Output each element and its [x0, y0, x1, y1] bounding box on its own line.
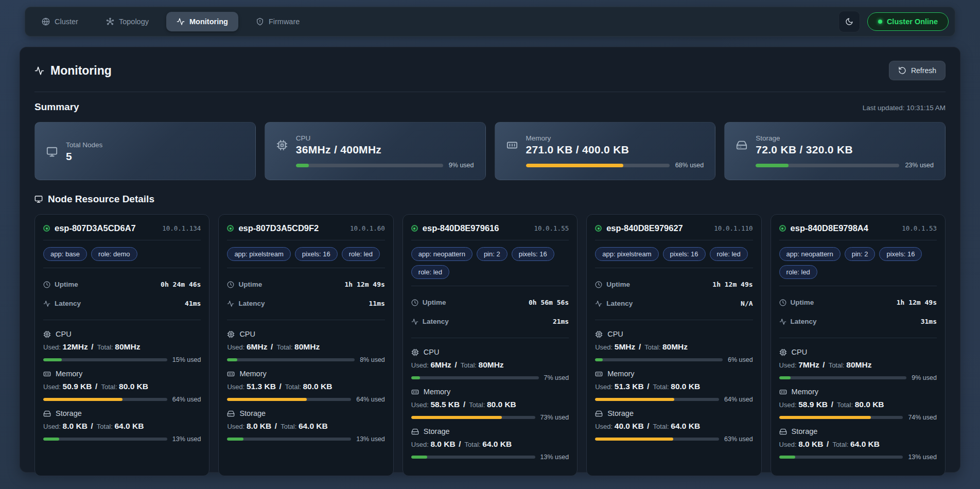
total-value: 64.0 KB	[114, 422, 144, 430]
node-status-dot-icon	[779, 225, 786, 232]
resource-block: Storage Used: 8.0 KB / Total: 64.0 KB 13…	[43, 409, 201, 443]
uptime-value: 0h 24m 46s	[161, 281, 201, 288]
latency-row: Latency 21ms	[411, 318, 569, 325]
percent-used-label: 64% used	[172, 396, 201, 403]
resource-progress: 9% used	[779, 374, 937, 381]
resource-usage: Used: 8.0 KB / Total: 64.0 KB	[411, 440, 569, 449]
node-resources: CPU Used: 5MHz / Total: 80MHz 6% used Me…	[595, 327, 752, 449]
resource-usage: Used: 6MHz / Total: 80MHz	[411, 360, 569, 370]
resource-usage: Used: 51.3 KB / Total: 80.0 KB	[227, 382, 384, 391]
node-name: esp-807D3A5CD9F2	[238, 223, 319, 233]
globe-icon	[42, 18, 50, 26]
node-card: esp-840D8E9798A4 10.0.1.53 app: neopatte…	[771, 214, 946, 476]
percent-used-label: 64% used	[724, 396, 753, 403]
progress-track	[227, 438, 351, 441]
total-label: Total:	[461, 361, 479, 369]
resource-block: Storage Used: 8.0 KB / Total: 64.0 KB 13…	[411, 427, 569, 461]
nav-tab-cluster[interactable]: Cluster	[31, 12, 89, 31]
usage-separator: /	[827, 440, 831, 448]
resource-block: CPU Used: 6MHz / Total: 80MHz 8% used	[227, 330, 384, 363]
progress-fill	[411, 416, 502, 419]
percent-used-label: 13% used	[356, 435, 385, 443]
node-divider	[227, 240, 384, 240]
header-divider	[34, 92, 946, 92]
latency-value: 11ms	[369, 300, 384, 307]
total-value: 80.0 KB	[303, 382, 332, 391]
progress-track	[43, 398, 167, 401]
total-label: Total:	[101, 383, 119, 391]
progress-track	[595, 438, 719, 441]
total-value: 80.0 KB	[487, 400, 516, 409]
node-badge: app: base	[43, 247, 87, 261]
cluster-online-label: Cluster Online	[887, 18, 938, 26]
theme-toggle-button[interactable]	[838, 11, 860, 32]
resource-progress: 13% used	[779, 453, 937, 461]
cpu-icon	[227, 330, 235, 338]
summary-progress: 23% used	[756, 162, 934, 169]
node-badge: app: pixelstream	[227, 247, 290, 261]
total-label: Total:	[469, 401, 487, 409]
resource-label: Memory	[607, 370, 634, 378]
nav-tab-topology[interactable]: Topology	[96, 12, 159, 31]
progress-fill	[595, 438, 673, 441]
summary-progress: 9% used	[296, 162, 474, 169]
progress-track	[595, 358, 723, 361]
resource-usage: Used: 50.9 KB / Total: 80.0 KB	[43, 382, 201, 391]
used-value: 7MHz	[798, 360, 819, 369]
summary-card-value: 271.0 KB / 400.0 KB	[526, 144, 629, 156]
node-divider	[779, 286, 937, 286]
progress-fill	[779, 416, 871, 419]
resource-block: Memory Used: 51.3 KB / Total: 80.0 KB 64…	[227, 370, 384, 403]
last-updated-text: Last updated: 10:31:15 AM	[863, 104, 946, 112]
node-divider	[43, 320, 201, 320]
resource-label: CPU	[792, 348, 808, 356]
usage-separator: /	[271, 342, 275, 351]
uptime-value: 1h 12m 49s	[712, 281, 752, 288]
node-divider	[595, 268, 752, 268]
node-badge: app: pixelstream	[595, 247, 658, 261]
resource-label: Storage	[56, 409, 82, 417]
activity-icon	[595, 300, 602, 307]
usage-separator: /	[822, 360, 827, 369]
resource-block: CPU Used: 6MHz / Total: 80MHz 7% used	[411, 348, 569, 381]
progress-fill	[411, 456, 427, 459]
node-status-dot-icon	[43, 225, 50, 232]
total-label: Total:	[281, 423, 299, 430]
cluster-online-badge[interactable]: Cluster Online	[867, 12, 949, 31]
resource-progress: 74% used	[779, 414, 937, 421]
progress-track	[779, 416, 903, 419]
node-badge: role: led	[779, 265, 817, 279]
percent-used-label: 15% used	[172, 356, 201, 363]
node-resources: CPU Used: 7MHz / Total: 80MHz 9% used Me…	[779, 345, 937, 467]
total-value: 80MHz	[115, 342, 140, 351]
nav-tab-monitoring[interactable]: Monitoring	[166, 12, 238, 31]
node-divider	[227, 268, 384, 268]
node-resources: CPU Used: 6MHz / Total: 80MHz 8% used Me…	[227, 327, 384, 449]
shield-icon	[256, 18, 264, 26]
percent-used-label: 13% used	[908, 453, 937, 461]
resource-label: Memory	[792, 388, 818, 396]
refresh-button[interactable]: Refresh	[889, 61, 946, 80]
activity-icon	[779, 318, 786, 325]
harddrive-icon	[227, 410, 235, 417]
memory-icon	[779, 388, 787, 396]
progress-track	[779, 376, 907, 379]
nav-right: Cluster Online	[838, 11, 949, 32]
progress-fill	[779, 376, 791, 379]
resource-usage: Used: 8.0 KB / Total: 64.0 KB	[779, 440, 937, 449]
nav-tab-firmware[interactable]: Firmware	[246, 12, 310, 31]
node-header: esp-840D8E979616 10.0.1.55	[411, 223, 569, 233]
used-label: Used:	[227, 343, 247, 351]
node-badge: pixels: 16	[512, 247, 554, 261]
percent-used-label: 9% used	[449, 162, 474, 169]
cpu-icon	[276, 139, 288, 151]
used-value: 58.5 KB	[430, 400, 460, 409]
memory-icon	[595, 370, 603, 378]
activity-icon	[34, 66, 44, 76]
summary-grid: Total Nodes 5 CPU 36MHz / 400MHz 9% used…	[34, 122, 946, 180]
summary-card-value: 5	[66, 150, 102, 163]
progress-track	[411, 376, 539, 379]
progress-track	[595, 398, 719, 401]
resource-progress: 13% used	[43, 435, 201, 443]
uptime-value: 0h 56m 56s	[529, 299, 569, 306]
